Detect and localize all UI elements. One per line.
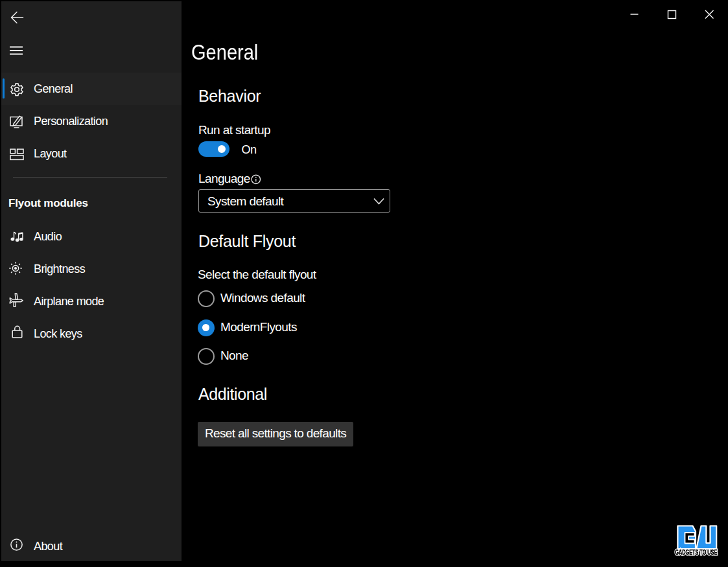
svg-text:GADGETS TO USE: GADGETS TO USE: [675, 549, 717, 556]
